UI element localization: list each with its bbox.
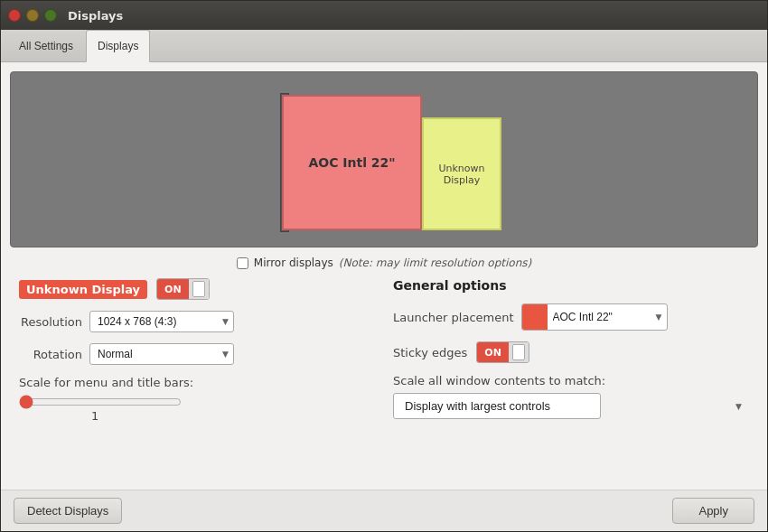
rotation-row: Rotation Normal	[19, 343, 375, 365]
close-button[interactable]	[8, 9, 21, 22]
rotation-label: Rotation	[19, 348, 82, 361]
resolution-select[interactable]: 1024 x 768 (4:3)	[89, 311, 234, 332]
display-preview: AOC Intl 22" Unknown Display	[10, 71, 758, 247]
minimize-button[interactable]	[26, 9, 39, 22]
right-panel: General options Launcher placement AOC I…	[393, 278, 749, 481]
left-panel: Unknown Display ON Resolution 1024 x 768…	[19, 278, 375, 481]
rotation-select[interactable]: Normal	[89, 343, 234, 365]
all-settings-button[interactable]: All Settings	[8, 30, 84, 61]
unknown-monitor-label: Unknown Display	[424, 119, 500, 229]
sticky-toggle[interactable]: ON	[476, 341, 529, 363]
slider-container: 1	[19, 395, 375, 423]
unknown-monitor[interactable]: Unknown Display	[422, 117, 501, 230]
content-area: AOC Intl 22" Unknown Display Mirror disp…	[1, 62, 767, 490]
launcher-monitor-select[interactable]: AOC Intl 22"	[548, 307, 656, 327]
scale-all-select-wrapper: Display with largest controls	[393, 393, 749, 419]
window-title: Displays	[68, 9, 123, 23]
apply-button[interactable]: Apply	[672, 498, 754, 524]
launcher-placement-label: Launcher placement	[393, 311, 514, 324]
mirror-row: Mirror displays (Note: may limit resolut…	[10, 257, 758, 269]
main-window: Displays All Settings Displays AOC Intl …	[0, 0, 768, 532]
launcher-row: Launcher placement AOC Intl 22" ▼	[393, 303, 749, 331]
bottom-bar: Detect Displays Apply	[1, 490, 767, 531]
sticky-row: Sticky edges ON	[393, 341, 749, 363]
toggle-knob	[192, 281, 205, 297]
scale-section: Scale for menu and title bars: 1	[19, 376, 375, 423]
display-toggle[interactable]: ON	[156, 278, 210, 300]
sticky-toggle-on-label[interactable]: ON	[477, 342, 509, 362]
scale-slider[interactable]	[19, 395, 182, 409]
display-name-badge: Unknown Display	[19, 280, 147, 299]
detect-displays-button[interactable]: Detect Displays	[14, 498, 122, 524]
launcher-color-swatch	[522, 304, 548, 330]
displays-button[interactable]: Displays	[86, 30, 150, 62]
controls-area: Unknown Display ON Resolution 1024 x 768…	[10, 278, 758, 481]
sticky-edges-label: Sticky edges	[393, 346, 467, 359]
sticky-toggle-knob	[512, 344, 525, 360]
scale-value: 1	[91, 409, 98, 423]
mirror-checkbox[interactable]	[237, 257, 248, 269]
rotation-select-wrapper: Normal	[89, 343, 234, 365]
general-options-title: General options	[393, 278, 749, 293]
toggle-off-handle[interactable]	[189, 279, 209, 299]
scale-all-select[interactable]: Display with largest controls	[393, 393, 601, 419]
resolution-label: Resolution	[19, 315, 82, 329]
toggle-on-label[interactable]: ON	[157, 279, 189, 299]
navbar: All Settings Displays	[1, 30, 767, 62]
scale-all-label: Scale all window contents to match:	[393, 374, 749, 387]
resolution-row: Resolution 1024 x 768 (4:3)	[19, 311, 375, 332]
scale-all-section: Scale all window contents to match: Disp…	[393, 374, 749, 419]
mirror-note: (Note: may limit resolution options)	[339, 257, 531, 269]
mirror-label: Mirror displays	[254, 257, 333, 269]
aoc-monitor-label: AOC Intl 22"	[284, 97, 420, 229]
scale-menu-label: Scale for menu and title bars:	[19, 376, 375, 389]
launcher-dropdown-icon: ▼	[656, 313, 668, 322]
display-header: Unknown Display ON	[19, 278, 375, 300]
maximize-button[interactable]	[44, 9, 57, 22]
launcher-select-wrapper[interactable]: AOC Intl 22" ▼	[521, 303, 669, 331]
titlebar: Displays	[1, 1, 767, 30]
sticky-toggle-handle[interactable]	[509, 342, 529, 362]
resolution-select-wrapper: 1024 x 768 (4:3)	[89, 311, 234, 332]
aoc-monitor[interactable]: AOC Intl 22"	[282, 95, 422, 230]
